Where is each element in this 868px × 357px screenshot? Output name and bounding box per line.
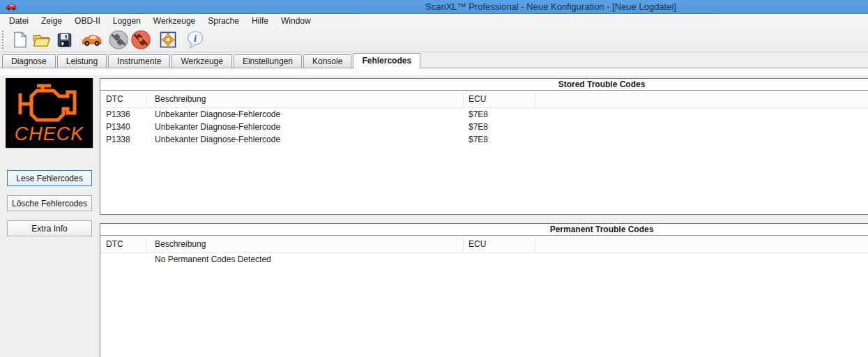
column-divider [463,237,464,251]
stored-codes-header-row: DTC Beschreibung ECU [100,91,868,108]
toolbar-separator [105,31,105,49]
stored-codes-panel: Stored Trouble Codes DTC Beschreibung EC… [100,78,868,215]
column-divider [535,237,535,251]
dtc-code: P1336 [106,109,130,119]
dtc-ecu: $7E8 [469,135,488,144]
menu-datei[interactable]: Datei [3,15,35,27]
save-button[interactable] [53,29,75,50]
column-header-ecu[interactable]: ECU [469,94,486,104]
column-header-dtc[interactable]: DTC [106,239,123,249]
dashboard-layout-button[interactable] [157,29,179,50]
tab-bar: Diagnose Leistung Instrumente Werkzeuge … [0,52,868,68]
tab-werkzeuge[interactable]: Werkzeuge [172,54,231,68]
dtc-code: P1338 [106,135,130,144]
info-button[interactable]: i [184,29,206,50]
check-engine-image: CHECK [6,78,93,148]
tab-fehlercodes[interactable]: Fehlercodes [353,53,420,68]
car-icon [81,33,102,47]
sidebar: CHECK Lese Fehlercodes Lösche Fehlercode… [0,75,99,357]
tab-instrumente[interactable]: Instrumente [108,54,170,68]
table-row[interactable]: P1338 Unbekanter Diagnose-Fehlercode $7E… [100,133,868,146]
tab-page-top-strip [0,68,868,75]
title-bar: ScanXL™ Professional - Neue Konfiguratio… [0,0,868,14]
column-divider [146,92,146,106]
menu-zeige[interactable]: Zeige [35,15,68,27]
menu-werkzeuge[interactable]: Werkzeuge [147,15,201,27]
toolbar-separator [181,31,182,49]
toolbar-separator [154,31,155,49]
clear-codes-button[interactable]: Lösche Fehlercodes [7,195,92,211]
disconnect-button[interactable] [107,29,130,50]
open-file-button[interactable] [31,29,53,50]
stored-codes-title-band: Stored Trouble Codes [100,79,868,91]
dashboard-layout-icon [158,30,178,50]
toolbar: i [0,28,868,52]
app-car-icon[interactable] [6,3,17,13]
dtc-ecu: $7E8 [469,109,488,119]
read-codes-button[interactable]: Lese Fehlercodes [7,170,92,186]
empty-state-row: No Permanent Codes Detected [100,253,868,266]
extra-info-button[interactable]: Extra Info [7,220,92,236]
table-row[interactable]: P1340 Unbekanter Diagnose-Fehlercode $7E… [100,121,868,133]
save-icon [56,32,73,48]
stored-codes-title: Stored Trouble Codes [558,79,646,89]
app-window: ScanXL™ Professional - Neue Konfiguratio… [0,0,868,357]
permanent-codes-title-band: Permanent Trouble Codes [100,224,868,236]
permanent-codes-header-row: DTC Beschreibung ECU [100,236,868,253]
dtc-description: Unbekanter Diagnose-Fehlercode [155,109,280,119]
window-title: ScanXL™ Professional - Neue Konfiguratio… [425,1,676,12]
tab-konsole[interactable]: Konsole [303,54,351,68]
dtc-ecu: $7E8 [469,122,488,132]
check-engine-icon [10,81,89,124]
permanent-codes-panel: Permanent Trouble Codes DTC Beschreibung… [100,223,868,357]
disconnect-plug-icon [108,29,129,50]
column-header-description[interactable]: Beschreibung [155,94,206,104]
column-header-dtc[interactable]: DTC [106,94,123,104]
dtc-description: Unbekanter Diagnose-Fehlercode [155,135,280,144]
column-header-ecu[interactable]: ECU [469,239,486,249]
column-header-description[interactable]: Beschreibung [155,239,206,249]
menu-obd2[interactable]: OBD-II [68,15,107,27]
open-folder-icon [32,32,52,48]
menu-bar: Datei Zeige OBD-II Loggen Werkzeuge Spra… [0,14,868,28]
column-divider [146,237,146,251]
new-document-button[interactable] [8,29,31,50]
new-document-icon [12,31,28,49]
menu-sprache[interactable]: Sprache [201,15,245,27]
fehlercodes-page: CHECK Lese Fehlercodes Lösche Fehlercode… [0,75,868,357]
check-engine-label: CHECK [6,123,93,145]
info-icon: i [186,30,204,50]
vehicle-button[interactable] [80,29,102,50]
tab-leistung[interactable]: Leistung [57,54,107,68]
toolbar-grip[interactable] [2,31,5,49]
column-divider [535,92,535,106]
table-row[interactable]: P1336 Unbekanter Diagnose-Fehlercode $7E… [100,108,868,121]
tab-einstellungen[interactable]: Einstellungen [234,54,302,68]
empty-state-message: No Permanent Codes Detected [155,255,271,264]
menu-window[interactable]: Window [275,15,317,27]
dtc-description: Unbekanter Diagnose-Fehlercode [155,122,280,132]
column-divider [463,92,464,106]
dtc-code: P1340 [106,122,130,132]
permanent-codes-title: Permanent Trouble Codes [550,225,654,234]
tab-diagnose[interactable]: Diagnose [2,54,56,68]
menu-hilfe[interactable]: Hilfe [245,15,275,27]
menu-loggen[interactable]: Loggen [107,15,147,27]
connect-plug-icon [130,29,151,50]
toolbar-separator [77,31,78,49]
connect-button[interactable] [130,29,152,50]
